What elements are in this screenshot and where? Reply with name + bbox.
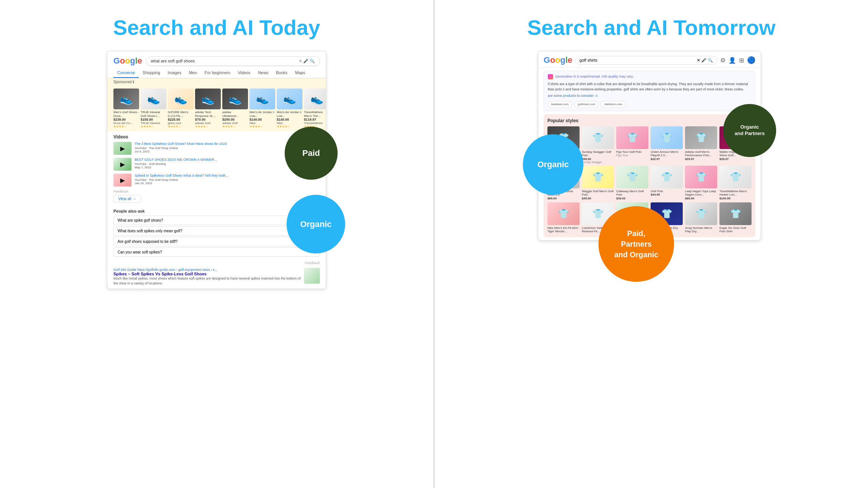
right-product-12: 👕 TravisMathew Men's Heater Lon... $104.… — [719, 166, 752, 200]
paa-item-1[interactable]: What are spike golf shoes?∨ — [113, 216, 320, 225]
right-product-img-2: 👕 — [582, 126, 614, 149]
right-title: Search and AI Tomorrow — [527, 15, 776, 40]
product-img-8: 👟 — [304, 89, 326, 109]
right-title-tomorrow: Tomorrow — [674, 16, 776, 39]
product-card-8: 👟 TravisMathew Men's The... $119.97 Trav… — [304, 89, 326, 128]
right-product-6: 👕 Walter Hagen Men's Shins Golf... $29.9… — [719, 126, 752, 163]
right-product-img-17: 👕 — [685, 202, 717, 225]
right-product-img-7: 👕 — [547, 166, 580, 188]
product-img-4: 👟 — [195, 89, 221, 109]
right-product-img-16: 👕 — [651, 202, 683, 225]
ai-sources: bwilabel.com golfmart.com daintime.com — [548, 101, 751, 108]
right-product-17: 👕 Greg Norman Men's Play Dry... — [685, 202, 717, 233]
right-product-1: 👕 Nike Men's Dri-Fit Victory Golf Polo $… — [547, 126, 580, 163]
account-icon[interactable]: 👤 — [728, 57, 736, 64]
product-grid-right-row3: 👕 Nike Men's Dri-Fit ADV Tiger Woods... … — [547, 202, 752, 233]
right-product-img-4: 👕 — [651, 126, 683, 149]
right-product-9: 👕 Callaway Men's Golf Polo $39.00 — [616, 166, 648, 200]
settings-icon[interactable]: ⚙ — [720, 57, 725, 64]
avatar-icon[interactable]: 🔵 — [747, 56, 755, 64]
nav-tab-maps[interactable]: Maps — [291, 68, 309, 78]
video-item-1: ▶ The 3 Best Spikeless Golf Shoes? Must … — [113, 142, 320, 155]
ai-text: if shirts are a type of shirt with a col… — [548, 82, 751, 92]
grid-icon[interactable]: ⊞ — [739, 57, 744, 64]
nav-tab-images[interactable]: Images — [164, 68, 185, 78]
right-product-2: 👕 Sunday Swagger Golf Polo $95.00 Sunday… — [582, 126, 614, 163]
feedback-left: Feedback — [113, 190, 320, 193]
search-query-left: what are soft golf shoes — [151, 59, 195, 63]
right-product-3: 👕 Pga Tour Golf Polo Pga Tour — [616, 126, 648, 163]
view-all-button[interactable]: View all → — [113, 195, 141, 203]
right-product-18: 👕 Eagle Six Gear Golf Polo Shirt — [719, 202, 752, 233]
right-search-screenshot: Google golf shirts ✕ 🎤 🔍 ⚙ 👤 ⊞ 🔵 Ge — [538, 51, 761, 241]
search-bar-right[interactable]: golf shirts ✕ 🎤 🔍 — [575, 56, 717, 65]
product-grid-left: 👟 Men's Golf Shoes - Duca... $239.00 Duc… — [107, 85, 326, 131]
right-product-11: 👕 Lady Hagen Tops Lady Hagen Core... $80… — [685, 166, 717, 200]
nav-tab-men[interactable]: Men — [185, 68, 201, 78]
right-product-img-1: 👕 — [547, 126, 580, 149]
product-card-5: 👟 adidas Ultraboost... $200.00 adidas Go… — [222, 89, 248, 128]
video-thumb-2: ▶ — [113, 158, 132, 171]
right-product-img-8: 👕 — [582, 166, 614, 188]
product-card-2: 👟 TRUE Inkwear Golf Shoes l... $155.00 T… — [141, 89, 166, 128]
organic-url: Golf Info Guide https://golfinfo-guide.c… — [113, 268, 320, 272]
ai-source-2: golfmart.com — [574, 101, 598, 108]
search-query-right: golf shirts — [580, 58, 597, 62]
product-img-3: 👟 — [168, 89, 194, 109]
right-product-8: 👕 Waggle Golf Men's Golf Polo $45.00 — [582, 166, 614, 200]
paa-item-2[interactable]: What does soft spikes only mean golf?∨ — [113, 226, 320, 236]
popular-header: Popular styles — [547, 118, 752, 123]
organic-result: Golf Info Guide https://golfinfo-guide.c… — [107, 265, 326, 289]
ai-overview-box: Generative AI is experimental. Info qual… — [544, 71, 755, 111]
feedback-paa: Feedback — [107, 261, 326, 265]
nav-tab-shopping[interactable]: Shopping — [139, 68, 164, 78]
video-info-3: Spiked or Spikeless Golf Shoes What is B… — [135, 174, 228, 185]
paa-item-4[interactable]: Can you wear soft spikes?∨ — [113, 247, 320, 257]
video-info-2: BEST GOLF SHOES 2023! WE CROWN A WINNER.… — [135, 158, 217, 169]
nav-tab-books[interactable]: Books — [272, 68, 291, 78]
ai-source-3: daintime.com — [601, 101, 626, 108]
google-header-right: Google golf shirts ✕ 🎤 🔍 ⚙ 👤 ⊞ 🔵 — [538, 51, 761, 68]
product-card-4: 👟 adidas Tech Response SL... $70.00 adid… — [195, 89, 221, 128]
right-product-img-14: 👕 — [582, 202, 614, 225]
product-img-5: 👟 — [222, 89, 248, 109]
paa-item-3[interactable]: Are golf shoes supposed to be stiff?∨ — [113, 237, 320, 246]
search-icons-right: ✕ 🎤 🔍 — [697, 58, 713, 63]
nav-tab-news[interactable]: News — [254, 68, 272, 78]
right-product-13: 👕 Nike Men's Dri-Fit ADV Tiger Woods... — [547, 202, 580, 233]
product-img-1: 👟 — [113, 89, 139, 109]
product-img-2: 👟 — [141, 89, 166, 109]
organic-snippet: Much like metal spikes, most shoes which… — [113, 276, 320, 286]
right-product-img-3: 👕 — [616, 126, 648, 149]
right-product-img-9: 👕 — [616, 166, 648, 188]
ai-source-1: bwilabel.com — [548, 101, 572, 108]
right-product-14: 👕 Lululemon Swiftly Tech Relaxed-Fit... — [582, 202, 614, 233]
ai-banner: Generative AI is experimental. Info qual… — [548, 74, 751, 79]
product-grid-right-row2: 👕 Rhoback The Dock Hand 1.0 $89.00 👕 Wag… — [547, 166, 752, 200]
right-product-16: 👕 lululemon Quick-Dry Short-Sleeve... — [651, 202, 683, 233]
right-product-7: 👕 Rhoback The Dock Hand 1.0 $89.00 — [547, 166, 580, 200]
video-item-3: ▶ Spiked or Spikeless Golf Shoes What is… — [113, 174, 320, 186]
google-logo-right: Google — [544, 55, 572, 65]
search-bar-left[interactable]: what are soft golf shoes ✕ 🎤 🔍 — [146, 56, 320, 66]
organic-title[interactable]: Spikes – Soft Spikes Vs Spike-Less Golf … — [113, 272, 320, 276]
ai-show-more[interactable]: are some products to consider: ∨ — [548, 93, 751, 99]
sponsored-bar: Sponsored ℹ — [107, 78, 326, 85]
people-also-ask: People also ask What are spike golf shoe… — [107, 206, 326, 261]
nav-tab-converse[interactable]: Converse — [113, 68, 139, 78]
right-product-15: 👕 Under Armour Men's Playoff 3.0... — [616, 202, 648, 233]
nav-tab-forbeginners[interactable]: For beginners — [201, 68, 234, 78]
right-product-img-10: 👕 — [651, 166, 683, 188]
left-search-screenshot: Google what are soft golf shoes ✕ 🎤 🔍 Co… — [107, 51, 326, 289]
right-product-10: 👕 Golf Polo $44.95 — [651, 166, 683, 200]
videos-header: Videos — [113, 134, 320, 140]
videos-section: Videos ▶ The 3 Best Spikeless Golf Shoes… — [107, 131, 326, 206]
product-card-6: 👟 Men's Air Jordan 1 Low... $140.00 Nike… — [250, 89, 275, 128]
nav-tabs-left: Converse Shopping Images Men For beginne… — [107, 68, 326, 78]
product-img-6: 👟 — [250, 89, 275, 109]
left-title-today: Today — [259, 16, 320, 39]
right-product-4: 👕 Under Armour Men's Playoff 2.0... $22.… — [651, 126, 683, 163]
nav-tab-videos[interactable]: Videos — [234, 68, 254, 78]
right-product-img-11: 👕 — [685, 166, 717, 188]
ai-icon — [548, 74, 553, 79]
